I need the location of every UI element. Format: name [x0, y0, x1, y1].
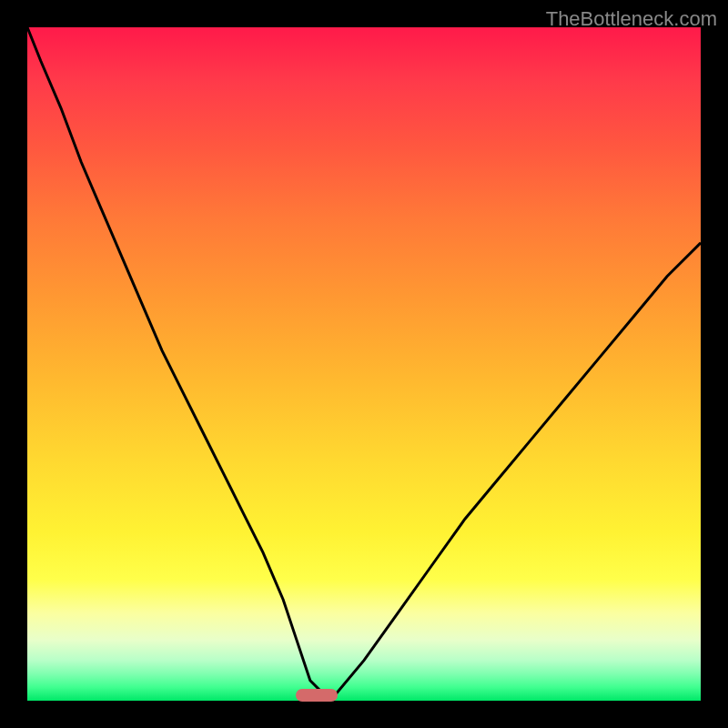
- chart-plot-area: [27, 27, 701, 701]
- optimal-marker: [296, 689, 338, 702]
- watermark-text: TheBottleneck.com: [546, 7, 717, 31]
- bottleneck-curve: [27, 27, 701, 701]
